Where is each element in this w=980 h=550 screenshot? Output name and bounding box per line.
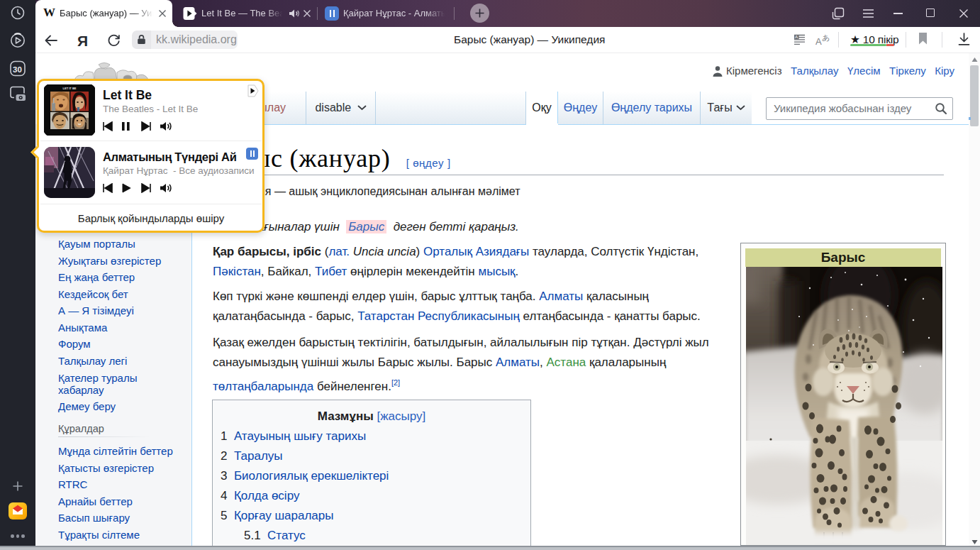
svg-text:LET IT BE: LET IT BE [63,87,77,90]
svg-text:あ: あ [822,33,830,42]
svg-text:30: 30 [13,65,22,74]
svg-text:A: A [815,36,822,47]
